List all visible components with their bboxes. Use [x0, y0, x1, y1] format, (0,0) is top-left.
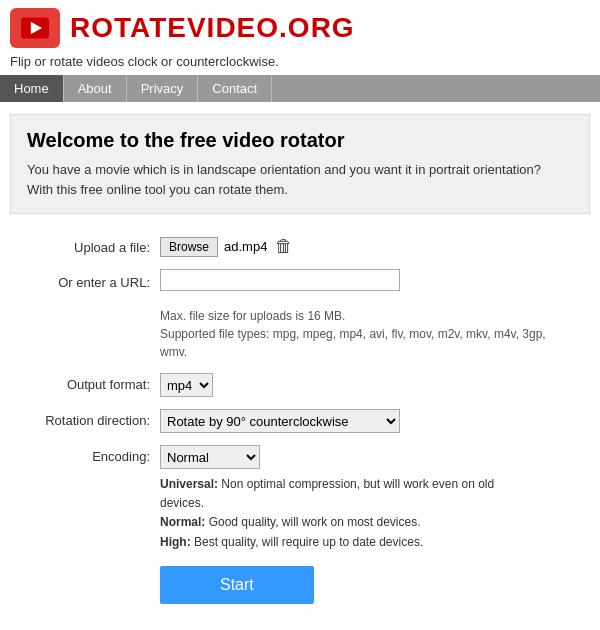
url-control	[160, 269, 400, 291]
filename-display: ad.mp4	[224, 239, 267, 254]
trash-icon[interactable]: 🗑	[275, 236, 293, 257]
nav-about[interactable]: About	[64, 75, 127, 102]
encoding-row: Encoding: Normal Universal High Universa…	[20, 445, 580, 552]
encoding-select[interactable]: Normal Universal High	[160, 445, 260, 469]
nav-contact[interactable]: Contact	[198, 75, 272, 102]
nav: Home About Privacy Contact	[0, 75, 600, 102]
start-button-row: Start	[20, 566, 580, 604]
format-label: Output format:	[20, 373, 160, 392]
start-button[interactable]: Start	[160, 566, 314, 604]
rotation-select[interactable]: Rotate by 90° counterclockwise Rotate by…	[160, 409, 400, 433]
encoding-normal-label: Normal:	[160, 515, 205, 529]
format-control: mp4 avi mov mkv flv 3gp wmv	[160, 373, 213, 397]
welcome-box: Welcome to the free video rotator You ha…	[10, 114, 590, 214]
nav-privacy[interactable]: Privacy	[127, 75, 199, 102]
browse-button[interactable]: Browse	[160, 237, 218, 257]
upload-row: Upload a file: Browse ad.mp4 🗑	[20, 236, 580, 257]
file-info: Max. file size for uploads is 16 MB. Sup…	[160, 307, 560, 361]
format-row: Output format: mp4 avi mov mkv flv 3gp w…	[20, 373, 580, 397]
url-row: Or enter a URL:	[20, 269, 580, 291]
url-input[interactable]	[160, 269, 400, 291]
file-info-row: Max. file size for uploads is 16 MB. Sup…	[20, 303, 580, 361]
url-label: Or enter a URL:	[20, 271, 160, 290]
site-title: ROTATEVIDEO.ORG	[70, 12, 355, 44]
logo-icon	[10, 8, 60, 48]
encoding-desc: Universal: Non optimal compression, but …	[160, 475, 540, 552]
rotation-control: Rotate by 90° counterclockwise Rotate by…	[160, 409, 400, 433]
encoding-high-label: High:	[160, 535, 191, 549]
form-area: Upload a file: Browse ad.mp4 🗑 Or enter …	[0, 226, 600, 624]
header: ROTATEVIDEO.ORG	[0, 0, 600, 52]
format-select[interactable]: mp4 avi mov mkv flv 3gp wmv	[160, 373, 213, 397]
encoding-universal-label: Universal:	[160, 477, 218, 491]
upload-control: Browse ad.mp4 🗑	[160, 236, 293, 257]
encoding-col: Normal Universal High Universal: Non opt…	[160, 445, 540, 552]
upload-label: Upload a file:	[20, 236, 160, 255]
tagline: Flip or rotate videos clock or countercl…	[0, 52, 600, 75]
welcome-title: Welcome to the free video rotator	[27, 129, 573, 152]
rotation-label: Rotation direction:	[20, 409, 160, 428]
welcome-text: You have a movie which is in landscape o…	[27, 160, 573, 199]
encoding-label: Encoding:	[20, 445, 160, 464]
nav-home[interactable]: Home	[0, 75, 64, 102]
rotation-row: Rotation direction: Rotate by 90° counte…	[20, 409, 580, 433]
